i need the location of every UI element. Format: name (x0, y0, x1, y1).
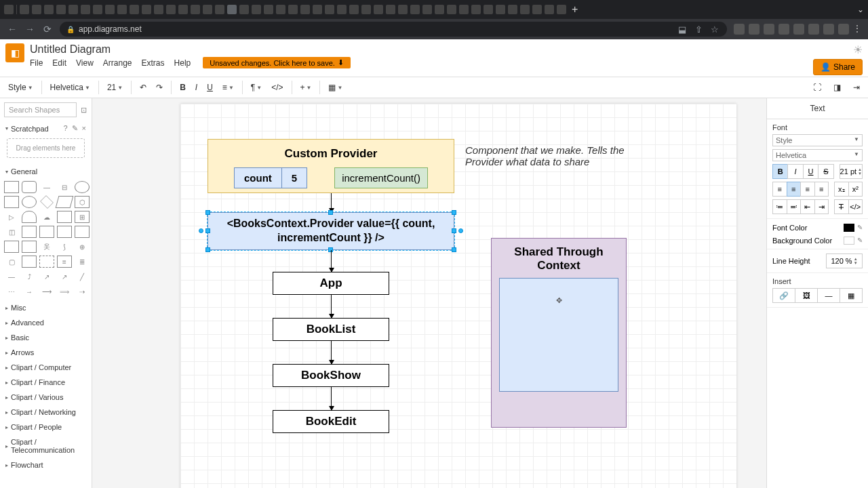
collapse-button[interactable]: ⇥ (849, 80, 864, 95)
tab-icon[interactable] (361, 5, 371, 14)
tab-icon[interactable] (166, 5, 176, 14)
font-color-edit-icon[interactable]: ✎ (857, 224, 863, 231)
tab-icon[interactable] (264, 5, 273, 14)
align-left[interactable]: ≡ (772, 182, 787, 197)
tab-icon[interactable] (215, 5, 224, 14)
shape-circle[interactable] (22, 196, 37, 208)
tab-icon[interactable] (374, 5, 383, 14)
tab-icon[interactable] (325, 5, 334, 14)
shape-cylinder[interactable] (22, 211, 37, 223)
font-size-field[interactable]: 21 pt▲▼ (840, 164, 863, 179)
shape-cloud[interactable]: ☁ (39, 211, 54, 223)
sub-button[interactable]: x₂ (834, 182, 848, 197)
tab-icon[interactable] (545, 5, 554, 14)
shape-actor[interactable]: 옷 (39, 241, 54, 253)
tab-icon[interactable] (300, 5, 310, 14)
shape-arrow-curve[interactable]: ⤴ (22, 270, 37, 283)
format-panel-button[interactable]: ◨ (829, 80, 845, 95)
underline-toggle[interactable]: U (803, 164, 818, 179)
insert-hr[interactable]: — (817, 288, 840, 303)
scratchpad-close-icon[interactable]: × (82, 124, 86, 133)
tab-icon[interactable] (435, 5, 444, 14)
shape-line[interactable]: ╱ (75, 270, 90, 283)
count-box[interactable]: count 5 (234, 167, 307, 188)
extension-icon[interactable] (823, 24, 834, 35)
bold-toggle[interactable]: B (772, 164, 787, 179)
bg-color-edit-icon[interactable]: ✎ (857, 237, 863, 244)
tab-icon[interactable] (81, 5, 90, 14)
search-clear-icon[interactable]: ⊡ (81, 106, 87, 115)
tab-icon[interactable] (398, 5, 408, 14)
tab-icon[interactable] (520, 5, 530, 14)
extension-icon[interactable] (808, 24, 819, 35)
category-clipart-finance[interactable]: ▸Clipart / Finance (0, 375, 92, 390)
annotation-text[interactable]: Component that we make. Tells the Provid… (465, 144, 628, 167)
arrow-5[interactable] (331, 387, 332, 410)
scratchpad-edit-icon[interactable]: ✎ (72, 124, 78, 133)
shape-square[interactable] (4, 196, 19, 208)
shape-conn4[interactable]: ⇢ (75, 285, 90, 298)
share-button[interactable]: 👤 Share (813, 59, 863, 75)
shape-note[interactable] (75, 226, 90, 238)
arrow-4[interactable] (331, 341, 332, 364)
tab-icon[interactable] (56, 5, 66, 14)
clear-format[interactable]: T̶ (834, 199, 848, 214)
tabs-dropdown-icon[interactable]: ⌄ (857, 5, 864, 14)
category-misc[interactable]: ▸Misc (0, 300, 92, 315)
menu-arrange[interactable]: Arrange (103, 58, 132, 68)
scratchpad-help-icon[interactable]: ? (63, 124, 67, 133)
shape-triangle[interactable]: ▷ (4, 211, 19, 223)
menu-file[interactable]: File (30, 58, 43, 68)
tab-icon[interactable] (154, 5, 163, 14)
font-size-input[interactable]: 21 ▼ (103, 80, 127, 95)
tab-icon[interactable] (276, 5, 285, 14)
share-icon[interactable]: ⇧ (693, 24, 704, 35)
tab-icon[interactable] (288, 5, 298, 14)
shape-list[interactable]: ≡ (57, 256, 72, 268)
tab-icon[interactable] (4, 5, 14, 14)
tab-icon[interactable] (386, 5, 395, 14)
tab-icon[interactable] (178, 5, 188, 14)
category-arrows[interactable]: ▸Arrows (0, 345, 92, 360)
shape-shared-context[interactable]: Shared Through Context ✥ (491, 238, 627, 428)
category-advanced[interactable]: ▸Advanced (0, 315, 92, 330)
tab-icon[interactable] (459, 5, 469, 14)
shape-trapezoid[interactable] (39, 226, 54, 238)
general-header[interactable]: ▾General (0, 165, 92, 178)
increment-box[interactable]: incrementCount() (334, 167, 428, 188)
tab-icon[interactable] (422, 5, 432, 14)
tab-icon[interactable] (105, 5, 115, 14)
italic-toggle[interactable]: I (787, 164, 802, 179)
shape-custom-provider[interactable]: Custom Provider count 5 incrementCount() (208, 139, 454, 193)
tab-icon[interactable] (410, 5, 420, 14)
shape-provider-selected[interactable]: <BooksContext.Provider value={{ count, i… (208, 212, 454, 250)
shape-hexagon[interactable]: ⬡ (75, 196, 90, 208)
tab-icon[interactable] (484, 5, 493, 14)
category-clipart-people[interactable]: ▸Clipart / People (0, 420, 92, 434)
insert-table[interactable]: ▦ (840, 288, 863, 303)
shape-textbox[interactable]: ⊟ (57, 181, 72, 193)
redo-button[interactable]: ↷ (152, 80, 167, 95)
canvas-area[interactable]: Custom Provider count 5 incrementCount()… (92, 98, 766, 488)
shape-curve[interactable]: ⟆ (57, 241, 72, 253)
underline-button[interactable]: U (203, 80, 217, 95)
tab-icon[interactable] (142, 5, 151, 14)
tab-icon[interactable] (252, 5, 261, 14)
arrow-2[interactable] (331, 250, 332, 272)
insert-link[interactable]: 🔗 (772, 288, 795, 303)
shape-diamond[interactable] (40, 195, 54, 209)
arrow-3[interactable] (331, 295, 332, 318)
extension-icon[interactable] (793, 24, 804, 35)
extension-icon[interactable] (734, 24, 745, 35)
tab-icon[interactable] (20, 5, 29, 14)
shape-ellipse[interactable] (75, 181, 90, 193)
insert-dropdown[interactable]: + ▼ (296, 80, 316, 95)
tab-icon[interactable] (130, 5, 139, 14)
tab-icon[interactable] (349, 5, 359, 14)
shape-booklist[interactable]: BookList (273, 318, 389, 341)
search-shapes-input[interactable]: Search Shapes (4, 102, 77, 117)
shape-container[interactable] (39, 256, 54, 268)
category-clipart-various[interactable]: ▸Clipart / Various (0, 390, 92, 405)
extension-icon[interactable] (778, 24, 789, 35)
table-dropdown[interactable]: ▦ ▼ (324, 80, 347, 95)
